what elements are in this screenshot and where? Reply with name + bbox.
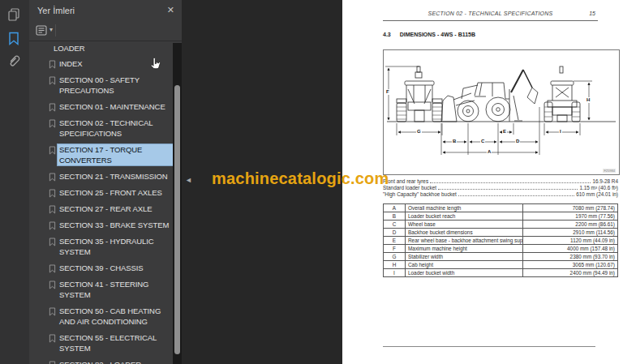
dimension-label-d: D [515, 139, 520, 144]
table-row: BLoader bucket reach1970 mm (77.56) [384, 212, 618, 221]
page-thumbnails-icon[interactable] [7, 7, 22, 22]
panel-title: Yer İmleri [37, 6, 75, 15]
bookmark-icon [49, 103, 56, 112]
bookmark-item[interactable]: SECTION 33 - BRAKE SYSTEM [29, 217, 173, 233]
table-cell: B [384, 212, 406, 221]
attachments-icon[interactable] [7, 54, 22, 68]
dimensions-table: AOverall machine length7080 mm (278.74)B… [383, 203, 618, 277]
spec-row: Front and rear tyres16.9-28 R4 [383, 178, 618, 185]
bookmark-icon [49, 76, 56, 85]
bookmark-item[interactable]: SECTION 82 - LOADER [29, 357, 173, 364]
table-cell: Backhoe bucket dimensions [406, 229, 523, 237]
dimension-label-c: C [480, 139, 485, 144]
bookmark-label: SECTION 82 - LOADER [59, 359, 171, 364]
table-cell: I [384, 269, 406, 277]
bookmark-list: LOADERINDEXSECTION 00 - SAFETY PRECAUTIO… [29, 42, 173, 364]
table-cell: Loader bucket width [406, 269, 523, 277]
bookmark-icon [49, 238, 56, 246]
bookmark-label: SECTION 27 - REAR AXLE [59, 203, 171, 214]
dimension-label-b: B [452, 139, 457, 144]
bookmark-item[interactable]: SECTION 41 - STEERING SYSTEM [29, 276, 173, 303]
table-cell: Rear wheel base - backhoe attachment swi… [406, 237, 523, 245]
table-cell: D [384, 229, 406, 237]
bookmark-item[interactable]: SECTION 39 - CHASSIS [29, 260, 173, 276]
table-row: GStabilizer width2380 mm (93.70 in) [384, 253, 618, 261]
section-heading-number: 4.3 [383, 32, 391, 37]
bookmark-item[interactable]: LOADER [29, 42, 173, 56]
panel-collapse-arrow-icon[interactable]: ◄ [185, 176, 192, 184]
table-row: DBackhoe bucket dimensions2910 mm (114.5… [384, 229, 618, 237]
table-cell: E [384, 237, 406, 245]
table-row: HCab height3065 mm (120.67) [384, 261, 618, 269]
table-cell: A [384, 204, 406, 212]
chevron-down-icon: ▾ [49, 26, 53, 33]
close-icon[interactable]: ✕ [167, 5, 174, 15]
table-cell: Maximum machine height [406, 245, 523, 253]
table-cell: 2200 mm (86.61) [523, 221, 618, 229]
bookmark-label: SECTION 39 - CHASSIS [59, 263, 171, 273]
bookmark-icon [49, 307, 56, 316]
tool-strip [0, 0, 29, 364]
bookmark-label: SECTION 21 - TRANSMISSION [59, 171, 171, 182]
table-cell: Loader bucket reach [406, 212, 523, 221]
dimension-label-i: I [559, 129, 562, 135]
table-row: ERear wheel base - backhoe attachment sw… [384, 237, 618, 245]
bookmarks-panel-icon[interactable] [7, 32, 22, 46]
table-cell: C [384, 221, 406, 229]
spec-value: 16.9-28 R4 [592, 178, 618, 185]
table-cell: 1120 mm (44.09 in) [523, 237, 618, 245]
table-row: AOverall machine length7080 mm (278.74) [384, 204, 618, 212]
bookmark-label: SECTION 00 - SAFETY PRECAUTIONS [59, 75, 171, 96]
page-number: 15 [589, 11, 595, 16]
bookmark-icon [49, 173, 56, 182]
dimension-label-f: F [385, 89, 390, 95]
bookmark-item[interactable]: SECTION 35 - HYDRAULIC SYSTEM [29, 233, 173, 260]
spec-label: Front and rear tyres [383, 178, 428, 185]
table-cell: H [384, 261, 406, 269]
bookmark-item[interactable]: SECTION 00 - SAFETY PRECAUTIONS [29, 72, 173, 99]
bookmark-icon [49, 264, 56, 273]
dimension-label-g: G [416, 129, 422, 135]
bookmark-icon [49, 119, 56, 128]
panel-toolbar: ▾ [29, 22, 182, 41]
spec-row: Standard loader bucket1.15 m³ (40.6 ft³) [383, 185, 618, 191]
bookmark-label: SECTION 55 - ELECTRICAL SYSTEM [59, 332, 171, 353]
table-cell: Stabilizer width [406, 253, 523, 261]
scrollbar-thumb[interactable] [174, 85, 180, 354]
bookmark-icon [49, 334, 56, 343]
bookmark-item[interactable]: SECTION 17 - TORQUE CONVERTERS [29, 142, 173, 169]
spec-value: 610 mm (24.01 in) [576, 191, 618, 198]
table-cell: Cab height [406, 261, 523, 269]
bookmark-icon [49, 280, 56, 289]
bookmark-item[interactable]: SECTION 02 - TECHNICAL SPECIFICATIONS [29, 115, 173, 142]
pdf-viewer-app: Yer İmleri ✕ ▾ LOADERINDEXSECTION 00 - S… [0, 0, 623, 364]
bookmark-item[interactable]: SECTION 55 - ELECTRICAL SYSTEM [29, 330, 173, 357]
bookmark-label: SECTION 01 - MAINTENANCE [59, 101, 171, 112]
bookmark-item[interactable]: SECTION 21 - TRANSMISSION [29, 169, 173, 185]
bookmark-item[interactable]: SECTION 25 - FRONT AXLES [29, 185, 173, 201]
bookmark-icon [49, 60, 56, 69]
bookmark-item[interactable]: SECTION 27 - REAR AXLE [29, 201, 173, 217]
bookmark-item[interactable]: SECTION 50 - CAB HEATING AND AIR CONDITI… [29, 303, 173, 330]
page-footer-rule [383, 346, 595, 347]
dimension-label-e: E [502, 129, 507, 135]
spec-lines: Front and rear tyres16.9-28 R4Standard l… [383, 178, 618, 198]
bookmark-options-button[interactable]: ▾ [36, 24, 57, 37]
section-heading-text: DIMENSIONS - 4WS - B115B [400, 32, 475, 37]
spec-label: Standard loader bucket [383, 185, 436, 191]
spec-value: 1.15 m³ (40.6 ft³) [579, 185, 618, 191]
spec-row: "High Capacity" backhoe bucket610 mm (24… [383, 191, 618, 198]
table-cell: Wheel base [406, 221, 523, 229]
table-row: CWheel base2200 mm (86.61) [384, 221, 618, 229]
section-heading: 4.3 DIMENSIONS - 4WS - B115B [383, 32, 475, 37]
bookmark-item[interactable]: INDEX [29, 56, 173, 72]
bookmark-icon [49, 205, 56, 214]
sidebar-scrollbar[interactable] [173, 43, 182, 364]
table-row: FMaximum machine height4000 mm (157.48 i… [384, 245, 618, 253]
page-header: SECTION 02 - TECHNICAL SPECIFICATIONS 15 [383, 11, 598, 21]
bookmark-label: LOADER [54, 43, 171, 54]
dimensions-figure: F25984 FGBCDEAHI [383, 49, 620, 175]
bookmark-item[interactable]: SECTION 01 - MAINTENANCE [29, 99, 173, 115]
bookmark-icon [49, 221, 56, 230]
bookmark-label: INDEX [59, 58, 171, 69]
